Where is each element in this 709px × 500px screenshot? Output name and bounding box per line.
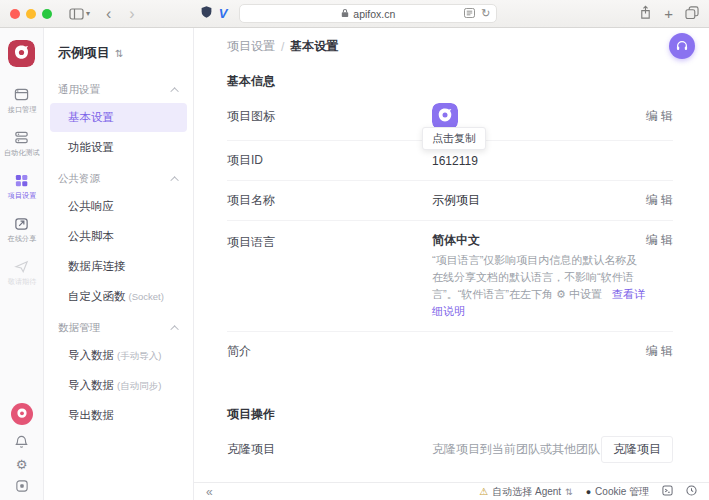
breadcrumb: 项目设置 / 基本设置	[194, 28, 709, 61]
nav-item-feature-settings[interactable]: 功能设置	[50, 133, 187, 162]
share-icon[interactable]	[639, 5, 652, 23]
language-description: “项目语言”仅影响项目内信息的默认名称及在线分享文档的默认语言，不影响“软件语言…	[432, 254, 637, 300]
project-id-value[interactable]: 1612119	[432, 154, 478, 168]
minimize-window-button[interactable]	[26, 9, 36, 19]
clock-icon[interactable]	[686, 485, 697, 498]
row-project-id: 项目ID 点击复制 1612119	[227, 140, 673, 180]
back-button[interactable]: ‹	[101, 5, 116, 23]
row-project-intro: 简介 编 辑	[227, 331, 673, 382]
sidebar-toggle-icon[interactable]: ▾	[66, 8, 93, 20]
nav-item-database-connection[interactable]: 数据库连接	[50, 252, 187, 281]
headset-icon	[675, 39, 689, 53]
address-bar[interactable]: apifox.cn ↻	[239, 4, 497, 23]
copy-tooltip: 点击复制	[422, 127, 486, 150]
url-text: apifox.cn	[353, 8, 395, 20]
rail-item-coming-soon: 敬请期待	[7, 259, 37, 287]
main-panel: 项目设置 / 基本设置 基本信息 项目图标 编 辑 项目ID 点击复制	[194, 28, 709, 500]
settings-content: 基本信息 项目图标 编 辑 项目ID 点击复制 1612119 项	[194, 61, 709, 482]
section-title-project-ops: 项目操作	[227, 406, 673, 423]
browser-chrome: ▾ ‹ › V apifox.cn ↻ +	[0, 0, 709, 28]
new-tab-button[interactable]: +	[664, 5, 673, 22]
chevron-up-icon	[170, 325, 178, 333]
sort-arrows-icon: ⇅	[565, 487, 573, 497]
chevron-up-icon	[170, 176, 178, 184]
settings-gear-icon[interactable]: ⚙	[16, 458, 28, 471]
forward-button[interactable]: ›	[124, 5, 139, 23]
nav-item-shared-scripts[interactable]: 公共脚本	[50, 222, 187, 251]
rail-item-api-management[interactable]: 接口管理	[7, 87, 37, 115]
reader-icon[interactable]	[464, 8, 475, 20]
chevron-up-icon	[170, 87, 178, 95]
apifox-logo[interactable]	[8, 40, 35, 67]
clone-project-description: 克隆项目到当前团队或其他团队	[432, 441, 601, 458]
nav-item-export-data[interactable]: 导出数据	[50, 401, 187, 430]
breadcrumb-current: 基本设置	[290, 38, 338, 55]
window-controls	[10, 9, 52, 19]
automation-test-icon	[14, 130, 29, 145]
terminal-icon[interactable]	[662, 485, 673, 498]
nav-item-basic-settings[interactable]: 基本设置	[50, 103, 187, 132]
row-project-language: 项目语言 简体中文 “项目语言”仅影响项目内信息的默认名称及在线分享文档的默认语…	[227, 220, 673, 331]
online-share-icon	[14, 216, 29, 231]
row-clone-project: 克隆项目 克隆项目到当前团队或其他团队 克隆项目	[227, 425, 673, 474]
user-avatar[interactable]	[10, 402, 34, 426]
project-icon[interactable]	[432, 103, 458, 129]
collapse-sidebar-icon[interactable]: «	[206, 485, 213, 499]
sort-arrows-icon: ⇅	[115, 48, 123, 59]
rail-item-project-settings[interactable]: 项目设置	[7, 173, 37, 201]
nav-item-shared-responses[interactable]: 公共响应	[50, 192, 187, 221]
reload-icon[interactable]: ↻	[481, 7, 490, 20]
edit-project-intro-button[interactable]: 编 辑	[646, 343, 673, 360]
bell-icon[interactable]	[15, 435, 28, 449]
clone-project-button[interactable]: 克隆项目	[601, 436, 673, 463]
tab-overview-icon[interactable]	[685, 6, 699, 22]
cookie-icon: ●	[586, 487, 591, 497]
project-name-value: 示例项目	[432, 192, 646, 209]
section-title-basic-info: 基本信息	[227, 73, 673, 90]
nav-section-data-management[interactable]: 数据管理	[44, 312, 193, 340]
project-intro-value	[432, 345, 646, 359]
cookie-manager-button[interactable]: ● Cookie 管理	[586, 485, 649, 499]
row-project-name: 项目名称 示例项目 编 辑	[227, 180, 673, 220]
close-window-button[interactable]	[10, 9, 20, 19]
nav-item-import-auto[interactable]: 导入数据(自动同步)	[50, 371, 187, 400]
app-download-icon[interactable]	[16, 480, 28, 492]
help-floating-button[interactable]	[669, 33, 695, 59]
rail-item-online-share[interactable]: 在线分享	[7, 216, 37, 244]
nav-item-custom-functions[interactable]: 自定义函数(Socket)	[50, 282, 187, 311]
api-management-icon	[14, 87, 29, 102]
icon-rail: 接口管理 自动化测试 项目设置 在线分享 敬请期待 ⚙	[0, 28, 44, 500]
nav-section-general[interactable]: 通用设置	[44, 74, 193, 102]
breadcrumb-parent[interactable]: 项目设置	[227, 38, 275, 55]
status-bar: « ⚠ 自动选择 Agent ⇅ ● Cookie 管理	[194, 482, 709, 500]
zoom-window-button[interactable]	[42, 9, 52, 19]
rail-item-automation-test[interactable]: 自动化测试	[3, 130, 41, 158]
nav-item-import-manual[interactable]: 导入数据(手动导入)	[50, 341, 187, 370]
nav-section-shared-resources[interactable]: 公共资源	[44, 163, 193, 191]
settings-nav-panel: 示例项目 ⇅ 通用设置 基本设置 功能设置 公共资源 公共响应 公共脚本 数据库…	[44, 28, 194, 500]
project-switcher[interactable]: 示例项目 ⇅	[44, 38, 193, 74]
agent-selector[interactable]: ⚠ 自动选择 Agent ⇅	[479, 485, 572, 499]
project-title: 示例项目	[58, 44, 110, 62]
v-extension-icon[interactable]: V	[219, 6, 228, 21]
shield-extension-icon[interactable]	[200, 5, 213, 22]
warning-icon: ⚠	[479, 486, 488, 497]
project-language-value: 简体中文	[432, 232, 646, 249]
project-settings-icon	[14, 173, 29, 188]
edit-project-language-button[interactable]: 编 辑	[646, 232, 673, 249]
lock-icon	[341, 8, 349, 20]
edit-project-icon-button[interactable]: 编 辑	[646, 108, 673, 125]
edit-project-name-button[interactable]: 编 辑	[646, 192, 673, 209]
paper-plane-icon	[14, 259, 29, 274]
chevron-down-icon: ▾	[86, 10, 90, 18]
